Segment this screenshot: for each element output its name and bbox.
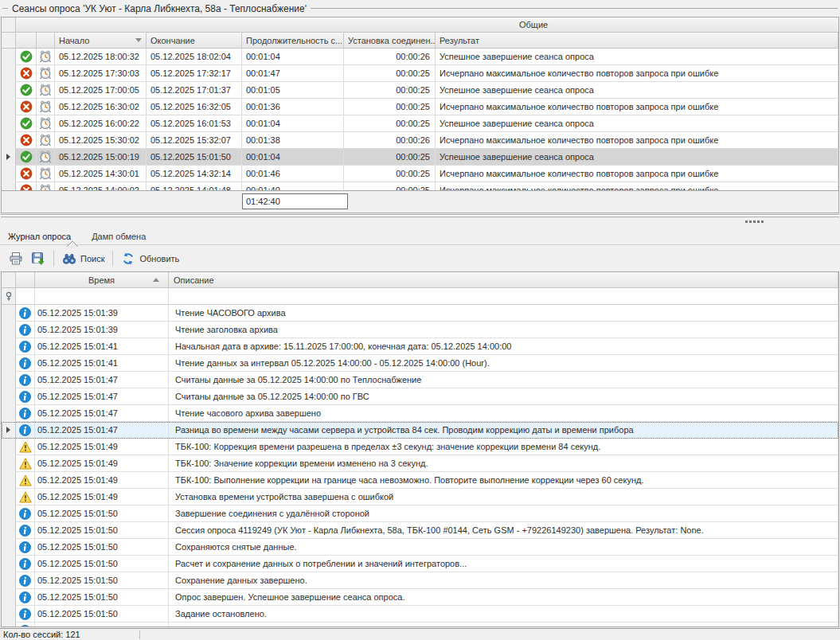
session-row[interactable]: 05.12.2025 15:30:0205.12.2025 15:32:0700… [2, 132, 838, 149]
session-row[interactable]: 05.12.2025 17:30:0305.12.2025 17:32:1700… [2, 65, 838, 82]
session-end-cell: 05.12.2025 17:01:37 [147, 82, 242, 99]
filter-row-indicator [2, 288, 16, 305]
print-button[interactable] [5, 249, 27, 268]
session-row[interactable]: 05.12.2025 15:00:1905.12.2025 15:01:5000… [2, 149, 838, 166]
session-row[interactable]: 05.12.2025 14:00:0205.12.2025 14:01:4800… [2, 182, 838, 190]
connect-column-header[interactable]: Установка соединен... [344, 33, 436, 48]
status-column-header[interactable] [16, 33, 37, 48]
journal-description-cell: Расчет и сохранение данных о потреблении… [169, 556, 838, 572]
journal-row[interactable]: 05.12.2025 15:01:41Чтение данных за инте… [2, 355, 838, 372]
journal-row[interactable]: 05.12.2025 15:01:50Расчет и сохранение д… [2, 556, 838, 572]
journal-row[interactable]: 05.12.2025 15:01:47Чтение часового архив… [2, 405, 838, 422]
sort-asc-icon [153, 278, 159, 282]
error-icon [20, 167, 33, 180]
journal-row-indicator-cell [2, 439, 16, 455]
journal-row[interactable]: 05.12.2025 15:01:50Задание остановлено. [2, 606, 838, 622]
error-icon [20, 67, 33, 80]
journal-row[interactable]: 05.12.2025 15:01:50Опрос завершен. Успеш… [2, 589, 838, 606]
duration-column-header[interactable]: Продолжительность с... [242, 33, 344, 48]
journal-row[interactable]: 05.12.2025 15:01:47Считаны данные за 05.… [2, 372, 838, 388]
error-icon [20, 184, 33, 190]
session-row[interactable]: 05.12.2025 16:00:2205.12.2025 16:01:5300… [2, 115, 838, 132]
schedule-column-header[interactable] [37, 33, 55, 48]
tab-dump[interactable]: Дамп обмена [92, 232, 146, 241]
journal-level-cell [16, 388, 35, 405]
journal-level-cell [16, 505, 35, 522]
info-icon [19, 558, 31, 570]
journal-level-cell [16, 539, 35, 556]
session-connect-cell: 00:00:25 [344, 149, 436, 166]
start-column-header[interactable]: Начало [55, 33, 147, 48]
journal-level-cell [16, 322, 35, 338]
journal-row-indicator-cell [2, 539, 16, 556]
journal-row[interactable]: 05.12.2025 15:01:49ТБК-100: Значение кор… [2, 455, 838, 472]
summary-duration-box[interactable]: 01:42:40 [242, 193, 348, 209]
journal-icon-column-header[interactable] [16, 272, 35, 287]
journal-row[interactable]: 05.12.2025 15:01:50Сохранение данных зав… [2, 572, 838, 589]
refresh-button-label: Обновить [139, 254, 179, 263]
journal-row-indicator-cell [2, 489, 16, 505]
journal-level-cell [16, 472, 35, 489]
session-result-cell: Успешное завершение сеанса опроса [436, 49, 838, 65]
horizontal-splitter[interactable] [0, 213, 840, 227]
journal-time-cell: 05.12.2025 15:01:47 [35, 405, 169, 422]
row-indicator-cell [2, 115, 16, 132]
journal-row[interactable]: 05.12.2025 15:01:50Следующий старт задан… [2, 622, 838, 627]
success-icon [20, 50, 33, 63]
session-result-cell: Исчерпано максимальное количество повтор… [436, 132, 838, 149]
journal-time-cell: 05.12.2025 15:01:50 [35, 589, 169, 606]
print-icon [9, 252, 23, 266]
journal-row[interactable]: 05.12.2025 15:01:47Считаны данные за 05.… [2, 388, 838, 405]
session-count-label: Кол-во сессий: 121 [3, 630, 80, 640]
end-column-header[interactable]: Окончание [147, 33, 242, 48]
journal-row[interactable]: 05.12.2025 15:01:49Установка времени уст… [2, 489, 838, 505]
export-button[interactable] [27, 249, 49, 268]
journal-row[interactable]: 05.12.2025 15:01:50Сохраняются снятые да… [2, 539, 838, 556]
journal-row[interactable]: 05.12.2025 15:01:49ТБК-100: Коррекция вр… [2, 439, 838, 455]
session-connect-cell: 00:00:25 [344, 166, 436, 182]
filter-icon-cell[interactable] [16, 288, 35, 305]
journal-row[interactable]: 05.12.2025 15:01:50Завершение соединения… [2, 505, 838, 522]
journal-level-cell [16, 556, 35, 572]
session-row[interactable]: 05.12.2025 18:00:3205.12.2025 18:02:0400… [2, 49, 838, 65]
session-result-cell: Успешное завершение сеанса опроса [436, 115, 838, 132]
splitter-grip-icon[interactable] [745, 220, 764, 223]
session-end-cell: 05.12.2025 14:32:14 [147, 166, 242, 182]
journal-row-indicator-cell [2, 606, 16, 622]
journal-row[interactable]: 05.12.2025 15:01:39Чтение заголовка архи… [2, 322, 838, 338]
row-indicator-cell [2, 65, 16, 82]
journal-row[interactable]: 05.12.2025 15:01:41Начальная дата в архи… [2, 338, 838, 355]
session-start-cell: 05.12.2025 17:30:03 [55, 65, 147, 82]
journal-description-cell: ТБК-100: Значение коррекции времени изме… [169, 455, 838, 472]
export-save-icon [31, 252, 45, 266]
session-result-cell: Успешное завершение сеанса опроса [436, 82, 838, 99]
refresh-button[interactable]: Обновить [117, 249, 183, 268]
journal-row-indicator-cell [2, 572, 16, 589]
alarm-clock-icon [39, 100, 52, 113]
row-indicator-cell [2, 82, 16, 99]
filter-time-cell[interactable] [35, 288, 169, 305]
session-row[interactable]: 05.12.2025 14:30:0105.12.2025 14:32:1400… [2, 166, 838, 182]
journal-row[interactable]: 05.12.2025 15:01:39Чтение ЧАСОВОГО архив… [2, 305, 838, 322]
search-button[interactable]: Поиск [58, 249, 108, 268]
description-column-header[interactable]: Описание [169, 272, 838, 287]
journal-row[interactable]: 05.12.2025 15:01:49ТБК-100: Выполнение к… [2, 472, 838, 489]
journal-row-indicator-cell [2, 372, 16, 388]
time-column-header[interactable]: Время [35, 272, 169, 287]
journal-row[interactable]: 05.12.2025 15:01:50Сессия опроса 4119249… [2, 522, 838, 539]
filter-description-cell[interactable] [169, 288, 838, 305]
sort-desc-icon [135, 38, 142, 42]
session-panel-header: Сеансы опроса 'УК Уют - Карла Либкнехта,… [0, 0, 840, 17]
tab-journal[interactable]: Журнал опроса [8, 232, 71, 241]
session-result-cell: Исчерпано максимальное количество повтор… [436, 65, 838, 82]
journal-description-cell: Завершение соединения с удалённой сторон… [169, 505, 838, 522]
refresh-icon [121, 252, 135, 266]
session-duration-cell: 00:01:04 [242, 49, 344, 65]
journal-rows: 05.12.2025 15:01:39Чтение ЧАСОВОГО архив… [2, 305, 838, 627]
session-row[interactable]: 05.12.2025 16:30:0205.12.2025 16:32:0500… [2, 99, 838, 115]
result-column-header[interactable]: Результат [436, 33, 838, 48]
journal-row-indicator-cell [2, 405, 16, 422]
journal-row[interactable]: 05.12.2025 15:01:47Разница во времени ме… [2, 422, 838, 439]
journal-time-cell: 05.12.2025 15:01:50 [35, 522, 169, 539]
session-row[interactable]: 05.12.2025 17:00:0505.12.2025 17:01:3700… [2, 82, 838, 99]
